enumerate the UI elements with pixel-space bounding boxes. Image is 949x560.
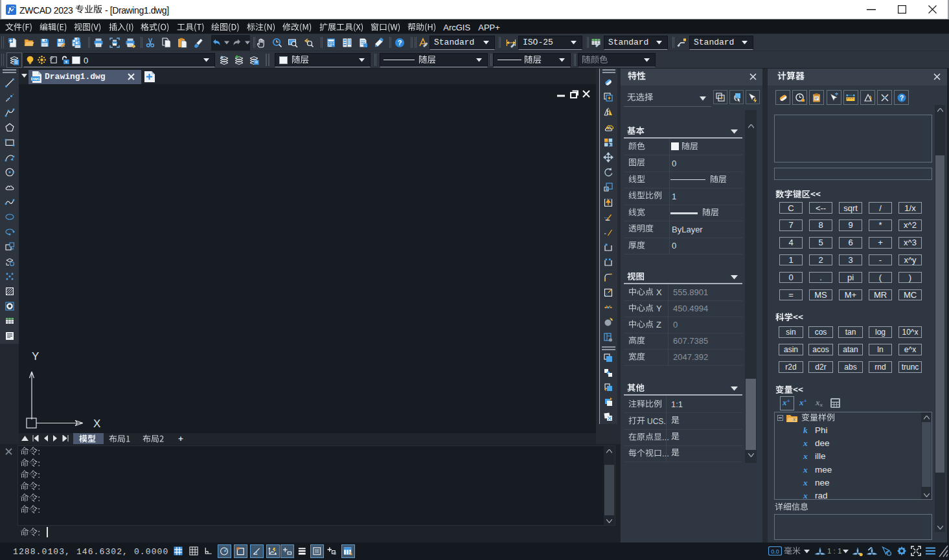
svg-text:x: x — [792, 416, 795, 422]
svg-text:0.0: 0.0 — [771, 548, 779, 555]
svg-text:X: X — [93, 418, 100, 430]
svg-text:Y: Y — [32, 350, 39, 363]
svg-text:?: ? — [900, 95, 904, 102]
svg-text:?: ? — [398, 39, 402, 47]
svg-text:DWG: DWG — [31, 76, 41, 81]
